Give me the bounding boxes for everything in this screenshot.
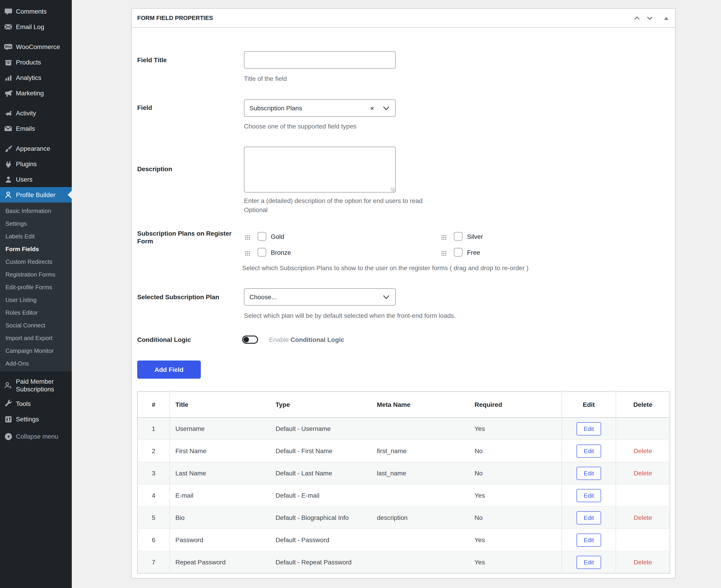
comment-icon [4,7,13,16]
edit-button[interactable]: Edit [577,489,601,502]
sidebar-item-label: Products [16,59,41,66]
conditional-logic-caption: Enable Conditional Logic [269,336,344,344]
sidebar-item-users[interactable]: Users [0,172,72,187]
submenu-item-basic-information[interactable]: Basic Information [0,204,72,217]
description-label: Description [137,165,240,173]
wordpress-admin-page: Comments Email Log Woo WooCommerce Produ… [0,0,721,588]
row-required: Yes [469,529,562,551]
delete-link[interactable]: Delete [634,447,652,455]
delete-link[interactable]: Delete [634,514,652,521]
submenu-item-social-connect[interactable]: Social Connect [0,319,72,332]
col-header-title: Title [170,392,270,418]
row-title: Password [170,529,270,551]
edit-button[interactable]: Edit [577,466,601,480]
sidebar-item-paid-member-subscriptions[interactable]: $ Paid Member Subscriptions [0,375,72,396]
submenu-item-custom-redirects[interactable]: Custom Redirects [0,255,72,268]
edit-button[interactable]: Edit [577,533,601,546]
field-type-help: Choose one of the supported field types [244,122,356,131]
plan-checkbox[interactable] [454,232,462,240]
delete-link[interactable]: Delete [634,469,652,477]
sidebar-item-label: Marketing [16,89,44,97]
plan-checkbox[interactable] [454,248,462,256]
submenu-item-settings[interactable]: Settings [0,217,72,230]
row-required: No [469,462,562,484]
row-required: Yes [469,484,562,506]
submenu-item-add-ons[interactable]: Add-Ons [0,357,72,370]
row-type: Default - Password [270,529,371,551]
sidebar-item-emails[interactable]: Emails [0,121,72,136]
form-field-properties-panel: FORM FIELD PROPERTIES Field Title [131,8,676,579]
drag-handle-icon[interactable] [441,250,447,255]
description-help-line2: Optional [244,205,653,214]
sidebar-item-woocommerce[interactable]: Woo WooCommerce [0,39,72,55]
svg-text:$: $ [9,385,12,389]
sidebar-item-comments[interactable]: Comments [0,4,72,19]
table-row: 5 Bio Default - Biographical Info descri… [138,506,670,529]
submenu-item-roles-editor[interactable]: Roles Editor [0,306,72,319]
submenu-item-campaign-monitor[interactable]: Campaign Monitor [0,344,72,357]
tools-icon [4,399,13,408]
description-help: Enter a (detailed) description of the op… [244,196,653,214]
edit-button[interactable]: Edit [577,511,601,524]
sidebar-item-profile-builder[interactable]: Profile Builder [0,187,72,203]
edit-button[interactable]: Edit [577,422,601,435]
collapse-menu-button[interactable]: Collapse menu [0,428,72,444]
field-title-input[interactable] [244,51,396,68]
sidebar-item-appearance[interactable]: Appearance [0,141,72,156]
sidebar-item-label: Users [16,176,33,183]
delete-link[interactable]: Delete [634,559,652,566]
sidebar-item-label: Settings [16,416,39,423]
analytics-icon [4,73,13,82]
sidebar-item-marketing[interactable]: Marketing [0,85,72,101]
submenu-item-user-listing[interactable]: User Listing [0,293,72,306]
sidebar-item-label: Profile Builder [16,191,56,198]
selected-plan-select[interactable]: Choose... [244,288,396,306]
selected-plan-label: Selected Subscription Plan [137,293,240,301]
row-num: 4 [138,484,170,506]
drag-handle-icon[interactable] [245,234,250,239]
sidebar-item-plugins[interactable]: Plugins [0,156,72,172]
plan-checkbox[interactable] [258,232,266,240]
plan-item-gold: Gold [245,232,284,241]
collapse-menu-icon [4,432,13,441]
plan-item-bronze: Bronze [245,248,291,257]
sidebar-item-products[interactable]: Products [0,55,72,70]
drag-handle-icon[interactable] [245,250,250,255]
sidebar-item-label: Paid Member Subscriptions [16,378,60,393]
submenu-item-labels-edit[interactable]: Labels Edit [0,230,72,243]
submenu-item-form-fields[interactable]: Form Fields [0,243,72,255]
drag-handle-icon[interactable] [441,234,447,239]
row-required: No [469,506,562,529]
row-meta: first_name [371,440,469,462]
sidebar-item-tools[interactable]: Tools [0,396,72,412]
row-meta [371,484,469,506]
edit-button[interactable]: Edit [577,444,601,458]
toggle-knob [244,337,249,342]
plugins-icon [4,160,13,168]
clear-selection-icon[interactable]: × [370,105,374,111]
table-row: 6 Password Default - Password Yes Edit [138,529,670,551]
submenu-item-registration-forms[interactable]: Registration Forms [0,268,72,280]
fields-table: # Title Type Meta Name Required Edit Del… [137,392,670,573]
plan-checkbox[interactable] [258,248,266,256]
plan-label: Silver [467,233,483,240]
sidebar-item-analytics[interactable]: Analytics [0,70,72,85]
sidebar-item-activity[interactable]: Activity [0,105,72,121]
conditional-logic-toggle[interactable] [242,336,258,344]
sidebar-item-settings[interactable]: Settings [0,412,72,427]
row-type: Default - First Name [270,440,371,462]
submenu-item-edit-profile-forms[interactable]: Edit-profile Forms [0,280,72,293]
sidebar-item-label: Comments [16,8,46,15]
description-textarea[interactable] [244,147,396,192]
woocommerce-icon: Woo [4,42,13,51]
edit-button[interactable]: Edit [577,555,601,569]
table-row: 7 Repeat Password Default - Repeat Passw… [138,551,670,573]
submenu-item-import-and-export[interactable]: Import and Export [0,332,72,344]
add-field-button[interactable]: Add Field [137,360,201,379]
active-item-arrow [68,191,72,199]
sidebar-item-email-log[interactable]: Email Log [0,19,72,35]
marketing-icon [4,88,13,98]
row-num: 6 [138,529,170,551]
row-title: First Name [170,440,270,462]
field-type-select[interactable]: Subscription Plans × [244,100,396,117]
